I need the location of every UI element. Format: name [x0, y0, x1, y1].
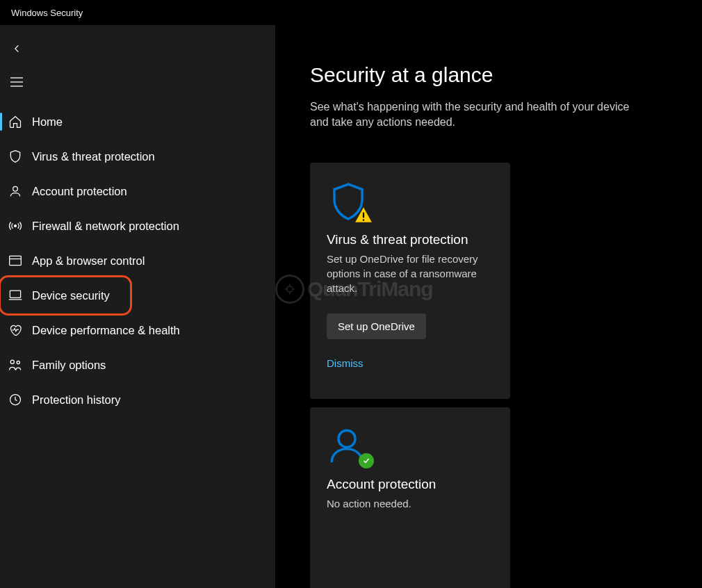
person-icon	[7, 183, 24, 199]
svg-point-3	[13, 186, 18, 191]
sidebar-item-firewall[interactable]: Firewall & network protection	[0, 209, 275, 243]
heart-icon	[7, 322, 24, 338]
svg-point-9	[17, 361, 19, 364]
ok-badge-icon	[359, 453, 374, 468]
page-description: See what's happening with the security a…	[310, 99, 644, 131]
home-icon	[7, 113, 24, 130]
nav: Home Virus & threat protection Account p…	[0, 104, 275, 417]
svg-rect-7	[10, 291, 20, 297]
dismiss-link[interactable]: Dismiss	[327, 357, 364, 369]
hamburger-icon	[10, 77, 23, 87]
cards-grid: Virus & threat protection Set up OneDriv…	[310, 163, 702, 588]
back-arrow-icon	[10, 42, 23, 55]
window-title: Windows Security	[11, 8, 83, 18]
sidebar-item-virus[interactable]: Virus & threat protection	[0, 139, 275, 174]
svg-point-4	[15, 225, 17, 227]
sidebar-item-account[interactable]: Account protection	[0, 174, 275, 209]
sidebar-item-label: Account protection	[32, 185, 127, 198]
sidebar-item-label: Device security	[32, 289, 110, 302]
sidebar-item-appbrowser[interactable]: App & browser control	[0, 243, 275, 278]
card-virus[interactable]: Virus & threat protection Set up OneDriv…	[310, 163, 510, 399]
sidebar-item-performance[interactable]: Device performance & health	[0, 313, 275, 348]
svg-rect-11	[363, 213, 364, 218]
sidebar-item-device[interactable]: Device security	[0, 278, 275, 313]
card-status: No action needed.	[327, 496, 493, 511]
svg-rect-5	[10, 256, 22, 265]
sidebar-item-family[interactable]: Family options	[0, 348, 275, 382]
sidebar-item-label: Virus & threat protection	[32, 150, 155, 163]
family-icon	[7, 357, 24, 373]
sidebar-item-label: Firewall & network protection	[32, 220, 179, 233]
titlebar: Windows Security	[0, 0, 702, 25]
sidebar-item-label: Home	[32, 115, 63, 129]
svg-rect-12	[363, 219, 364, 220]
setup-onedrive-button[interactable]: Set up OneDrive	[327, 313, 426, 339]
svg-point-8	[10, 360, 14, 364]
card-title: Account protection	[327, 477, 493, 492]
sidebar-item-label: App & browser control	[32, 254, 145, 268]
warning-badge-icon	[354, 206, 375, 224]
card-account[interactable]: Account protection No action needed.	[310, 407, 510, 588]
svg-point-13	[338, 430, 355, 447]
sidebar-item-label: Device performance & health	[32, 324, 180, 337]
card-icon-wrap	[327, 181, 371, 221]
sidebar-item-label: Family options	[32, 359, 106, 372]
card-status: Set up OneDrive for file recovery option…	[327, 252, 493, 295]
sidebar: Home Virus & threat protection Account p…	[0, 25, 275, 588]
sidebar-item-label: Protection history	[32, 393, 120, 407]
hamburger-button[interactable]	[0, 65, 33, 99]
back-button[interactable]	[0, 32, 33, 65]
page-title: Security at a glance	[310, 63, 702, 87]
shield-icon	[7, 148, 24, 165]
sidebar-item-history[interactable]: Protection history	[0, 382, 275, 417]
broadcast-icon	[7, 218, 24, 234]
laptop-icon	[7, 287, 24, 304]
history-icon	[7, 391, 24, 408]
window-icon	[7, 252, 24, 269]
sidebar-item-home[interactable]: Home	[0, 104, 275, 139]
card-title: Virus & threat protection	[327, 232, 493, 247]
card-icon-wrap	[327, 425, 371, 466]
main-content: Security at a glance See what's happenin…	[275, 25, 702, 588]
